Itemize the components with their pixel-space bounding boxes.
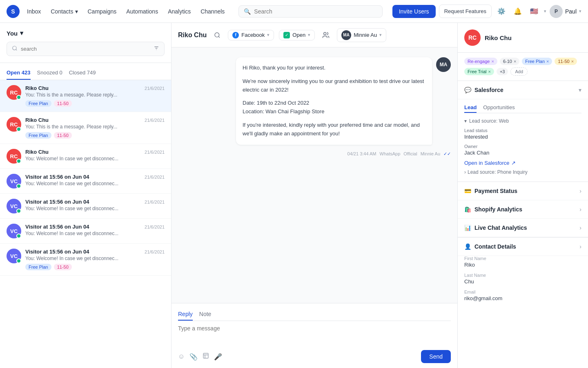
message-input[interactable] <box>178 325 451 346</box>
email-value: riko@gmail.com <box>464 295 581 301</box>
tag-remove-icon[interactable]: × <box>514 59 516 64</box>
conversation-item[interactable]: VC Visitor at 15:56 on Jun 04 21/6/2021 … <box>0 169 171 194</box>
template-icon[interactable] <box>203 352 209 361</box>
lead-source-primary[interactable]: ▾ Lead source: Web <box>464 118 581 124</box>
status-chevron-icon: ▾ <box>308 32 310 38</box>
message-check-icon: ✓✓ <box>443 151 451 157</box>
sf-tab-opportunities[interactable]: Opportunities <box>483 103 514 113</box>
language-flag[interactable]: 🇺🇸 <box>528 5 541 18</box>
avatar: VC <box>7 174 21 188</box>
you-chevron-icon: ▾ <box>20 29 23 37</box>
user-menu[interactable]: P Paul ▾ <box>550 5 581 18</box>
svg-point-5 <box>324 32 326 35</box>
last-name-field: Last Name Chu <box>464 273 581 285</box>
conv-preview: You: Welcome! In case we get disconnec..… <box>25 206 165 211</box>
notifications-icon[interactable]: 🔔 <box>511 5 524 18</box>
emoji-icon[interactable]: ☺ <box>178 353 185 360</box>
tag-remove-icon[interactable]: × <box>491 59 494 64</box>
nav-channels[interactable]: Channels <box>196 6 229 17</box>
lead-source-secondary[interactable]: › Lead source: Phone Inquiry <box>464 169 581 175</box>
contact-tags: Re-engage×6-10×Free Plan×11-50×Free Tria… <box>458 53 588 81</box>
tag-remove-icon[interactable]: × <box>488 69 490 74</box>
nav-inbox[interactable]: Inbox <box>23 6 45 17</box>
conv-content: Visitor at 15:56 on Jun 04 21/6/2021 You… <box>25 224 165 236</box>
channel-selector[interactable]: f Facebook ▾ <box>228 30 274 40</box>
right-contact-header: RC Riko Chu <box>458 23 588 53</box>
tag-remove-icon[interactable]: × <box>546 59 549 64</box>
contact-tag: Free Plan× <box>522 58 552 65</box>
shopify-label: Shopify Analytics <box>474 206 522 213</box>
conversation-item[interactable]: RC Riko Chu 21/6/2021 You: Welcome! In c… <box>0 144 171 169</box>
conversation-item[interactable]: VC Visitor at 15:56 on Jun 04 21/6/2021 … <box>0 244 171 276</box>
nav-analytics[interactable]: Analytics <box>164 6 195 17</box>
nav-contacts[interactable]: Contacts ▾ <box>47 6 82 17</box>
conv-date: 21/6/2021 <box>145 86 165 91</box>
contacts-dropdown-icon: ▾ <box>75 8 78 15</box>
tab-snoozed[interactable]: Snoozed 0 <box>37 66 62 80</box>
contact-details-section-header[interactable]: 👤 Contact Details › <box>458 237 588 256</box>
audio-icon[interactable]: 🎤 <box>214 353 222 361</box>
conv-name: Visitor at 15:56 on Jun 04 <box>25 249 89 255</box>
first-name-value: Riko <box>464 262 581 268</box>
search-input[interactable] <box>21 46 150 52</box>
contact-tag: 11-50× <box>555 58 577 65</box>
tag-remove-icon[interactable]: × <box>571 59 574 64</box>
open-salesforce-link[interactable]: Open in Salesforce ↗ <box>464 160 581 166</box>
contact-name: Riko Chu <box>485 34 512 41</box>
nav-automations[interactable]: Automations <box>122 6 162 17</box>
add-tag-button[interactable]: Add <box>510 67 528 76</box>
tab-open[interactable]: Open 423 <box>7 66 31 80</box>
payment-chevron-icon: › <box>579 188 581 194</box>
lead-status-value: Interested <box>464 134 581 140</box>
conv-tag: 11-50 <box>54 264 72 270</box>
email-label: Email <box>464 289 581 294</box>
conv-tags: Free Plan11-50 <box>25 264 165 270</box>
conversation-item[interactable]: VC Visitor at 15:56 on Jun 04 21/6/2021 … <box>0 219 171 244</box>
conv-date: 21/6/2021 <box>145 249 165 254</box>
conv-preview: You: Welcome! In case we get disconnec..… <box>25 156 165 162</box>
request-features-button[interactable]: Request Features <box>439 4 492 18</box>
conv-tags: Free Plan11-50 <box>25 132 165 139</box>
add-participant-icon[interactable] <box>320 29 332 41</box>
first-name-field: First Name Riko <box>464 256 581 268</box>
online-indicator <box>16 127 21 132</box>
contact-tag: +3 <box>497 68 508 75</box>
conversation-item[interactable]: RC Riko Chu 21/6/2021 You: This is the a… <box>0 112 171 144</box>
avatar: RC <box>7 85 21 100</box>
conversation-item[interactable]: VC Visitor at 15:56 on Jun 04 21/6/2021 … <box>0 194 171 219</box>
you-dropdown[interactable]: You ▾ <box>7 29 165 37</box>
nav-campaigns[interactable]: Campaigns <box>84 6 121 17</box>
nav-items: Inbox Contacts ▾ Campaigns Automations A… <box>23 6 229 17</box>
search-input[interactable] <box>254 8 377 15</box>
send-button[interactable]: Send <box>421 350 451 363</box>
conv-preview: You: This is the a message. Please reply… <box>25 92 165 98</box>
shopify-analytics-section[interactable]: 🛍️ Shopify Analytics › <box>458 200 588 219</box>
app-logo[interactable]: S <box>7 5 20 18</box>
payment-icon: 💳 <box>464 188 471 194</box>
status-selector[interactable]: ✓ Open ▾ <box>279 30 315 40</box>
channel-label: Facebook <box>241 32 265 38</box>
conv-preview: You: Welcome! In case we get disconnec..… <box>25 181 165 186</box>
payment-status-section[interactable]: 💳 Payment Status › <box>458 182 588 200</box>
sf-tab-lead[interactable]: Lead <box>464 103 477 113</box>
conversation-search[interactable] <box>7 42 165 56</box>
live-chat-analytics-section[interactable]: 📊 Live Chat Analytics › <box>458 219 588 237</box>
tab-note[interactable]: Note <box>199 308 212 321</box>
invite-users-button[interactable]: Invite Users <box>392 5 436 18</box>
conversation-item[interactable]: RC Riko Chu 21/6/2021 You: This is the a… <box>0 80 171 112</box>
chat-contact-name: Riko Chu <box>178 31 207 39</box>
conv-content: Riko Chu 21/6/2021 You: This is the a me… <box>25 85 165 107</box>
tab-reply[interactable]: Reply <box>178 308 193 321</box>
message-agent: Minnie Au <box>421 151 440 156</box>
filter-icon[interactable] <box>154 45 159 52</box>
chat-search-icon[interactable] <box>212 29 223 41</box>
shopify-icon: 🛍️ <box>464 206 471 213</box>
tab-closed[interactable]: Closed 749 <box>69 66 96 80</box>
global-search[interactable]: 🔍 <box>238 5 382 18</box>
salesforce-section-header[interactable]: 💬 Salesforce ▾ <box>458 81 588 99</box>
agent-selector[interactable]: MA Minnie Au ▾ <box>337 28 386 42</box>
settings-icon[interactable]: ⚙️ <box>495 5 508 18</box>
conv-content: Riko Chu 21/6/2021 You: Welcome! In case… <box>25 149 165 162</box>
first-name-label: First Name <box>464 256 581 261</box>
attachment-icon[interactable]: 📎 <box>189 353 198 361</box>
